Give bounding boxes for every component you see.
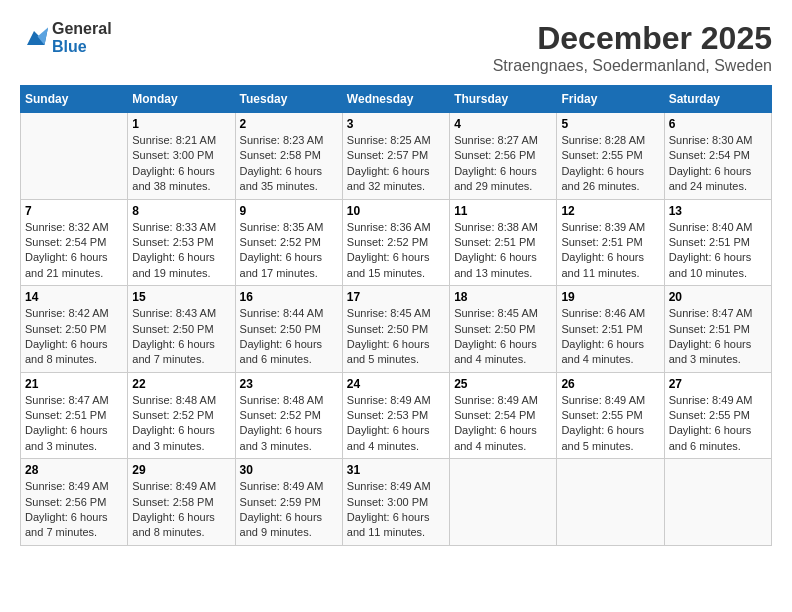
day-cell: 10Sunrise: 8:36 AM Sunset: 2:52 PM Dayli…: [342, 199, 449, 286]
day-cell: 8Sunrise: 8:33 AM Sunset: 2:53 PM Daylig…: [128, 199, 235, 286]
day-number: 11: [454, 204, 552, 218]
day-number: 5: [561, 117, 659, 131]
month-title: December 2025: [493, 20, 772, 57]
day-cell: 25Sunrise: 8:49 AM Sunset: 2:54 PM Dayli…: [450, 372, 557, 459]
day-info: Sunrise: 8:47 AM Sunset: 2:51 PM Dayligh…: [25, 393, 123, 455]
day-number: 18: [454, 290, 552, 304]
header: General Blue December 2025 Straengnaes, …: [20, 20, 772, 75]
day-number: 25: [454, 377, 552, 391]
col-header-tuesday: Tuesday: [235, 86, 342, 113]
location-title: Straengnaes, Soedermanland, Sweden: [493, 57, 772, 75]
day-number: 28: [25, 463, 123, 477]
day-cell: [21, 113, 128, 200]
day-cell: 13Sunrise: 8:40 AM Sunset: 2:51 PM Dayli…: [664, 199, 771, 286]
day-cell: 6Sunrise: 8:30 AM Sunset: 2:54 PM Daylig…: [664, 113, 771, 200]
day-info: Sunrise: 8:33 AM Sunset: 2:53 PM Dayligh…: [132, 220, 230, 282]
day-info: Sunrise: 8:35 AM Sunset: 2:52 PM Dayligh…: [240, 220, 338, 282]
day-cell: 31Sunrise: 8:49 AM Sunset: 3:00 PM Dayli…: [342, 459, 449, 546]
day-info: Sunrise: 8:49 AM Sunset: 2:58 PM Dayligh…: [132, 479, 230, 541]
day-number: 6: [669, 117, 767, 131]
day-cell: 29Sunrise: 8:49 AM Sunset: 2:58 PM Dayli…: [128, 459, 235, 546]
week-row-1: 7Sunrise: 8:32 AM Sunset: 2:54 PM Daylig…: [21, 199, 772, 286]
day-info: Sunrise: 8:44 AM Sunset: 2:50 PM Dayligh…: [240, 306, 338, 368]
day-cell: 23Sunrise: 8:48 AM Sunset: 2:52 PM Dayli…: [235, 372, 342, 459]
day-number: 12: [561, 204, 659, 218]
day-info: Sunrise: 8:49 AM Sunset: 2:54 PM Dayligh…: [454, 393, 552, 455]
day-number: 15: [132, 290, 230, 304]
day-number: 21: [25, 377, 123, 391]
col-header-sunday: Sunday: [21, 86, 128, 113]
day-number: 26: [561, 377, 659, 391]
day-info: Sunrise: 8:23 AM Sunset: 2:58 PM Dayligh…: [240, 133, 338, 195]
day-info: Sunrise: 8:28 AM Sunset: 2:55 PM Dayligh…: [561, 133, 659, 195]
day-number: 10: [347, 204, 445, 218]
col-header-saturday: Saturday: [664, 86, 771, 113]
day-number: 20: [669, 290, 767, 304]
week-row-3: 21Sunrise: 8:47 AM Sunset: 2:51 PM Dayli…: [21, 372, 772, 459]
day-info: Sunrise: 8:30 AM Sunset: 2:54 PM Dayligh…: [669, 133, 767, 195]
day-info: Sunrise: 8:43 AM Sunset: 2:50 PM Dayligh…: [132, 306, 230, 368]
day-number: 19: [561, 290, 659, 304]
day-number: 17: [347, 290, 445, 304]
day-cell: 2Sunrise: 8:23 AM Sunset: 2:58 PM Daylig…: [235, 113, 342, 200]
week-row-0: 1Sunrise: 8:21 AM Sunset: 3:00 PM Daylig…: [21, 113, 772, 200]
day-info: Sunrise: 8:36 AM Sunset: 2:52 PM Dayligh…: [347, 220, 445, 282]
day-cell: 14Sunrise: 8:42 AM Sunset: 2:50 PM Dayli…: [21, 286, 128, 373]
day-number: 1: [132, 117, 230, 131]
col-header-wednesday: Wednesday: [342, 86, 449, 113]
day-cell: 15Sunrise: 8:43 AM Sunset: 2:50 PM Dayli…: [128, 286, 235, 373]
day-info: Sunrise: 8:48 AM Sunset: 2:52 PM Dayligh…: [240, 393, 338, 455]
day-number: 30: [240, 463, 338, 477]
day-number: 29: [132, 463, 230, 477]
day-cell: 16Sunrise: 8:44 AM Sunset: 2:50 PM Dayli…: [235, 286, 342, 373]
day-info: Sunrise: 8:39 AM Sunset: 2:51 PM Dayligh…: [561, 220, 659, 282]
day-number: 24: [347, 377, 445, 391]
day-info: Sunrise: 8:46 AM Sunset: 2:51 PM Dayligh…: [561, 306, 659, 368]
logo-icon: [20, 24, 48, 52]
day-cell: [664, 459, 771, 546]
day-info: Sunrise: 8:49 AM Sunset: 2:59 PM Dayligh…: [240, 479, 338, 541]
col-header-monday: Monday: [128, 86, 235, 113]
day-cell: 5Sunrise: 8:28 AM Sunset: 2:55 PM Daylig…: [557, 113, 664, 200]
day-number: 27: [669, 377, 767, 391]
day-info: Sunrise: 8:42 AM Sunset: 2:50 PM Dayligh…: [25, 306, 123, 368]
logo-text: General Blue: [52, 20, 112, 56]
day-number: 9: [240, 204, 338, 218]
day-number: 22: [132, 377, 230, 391]
day-cell: 19Sunrise: 8:46 AM Sunset: 2:51 PM Dayli…: [557, 286, 664, 373]
day-info: Sunrise: 8:45 AM Sunset: 2:50 PM Dayligh…: [347, 306, 445, 368]
day-info: Sunrise: 8:49 AM Sunset: 2:55 PM Dayligh…: [561, 393, 659, 455]
day-number: 2: [240, 117, 338, 131]
day-info: Sunrise: 8:32 AM Sunset: 2:54 PM Dayligh…: [25, 220, 123, 282]
day-cell: 30Sunrise: 8:49 AM Sunset: 2:59 PM Dayli…: [235, 459, 342, 546]
day-number: 31: [347, 463, 445, 477]
day-info: Sunrise: 8:47 AM Sunset: 2:51 PM Dayligh…: [669, 306, 767, 368]
day-info: Sunrise: 8:21 AM Sunset: 3:00 PM Dayligh…: [132, 133, 230, 195]
title-block: December 2025 Straengnaes, Soedermanland…: [493, 20, 772, 75]
day-number: 14: [25, 290, 123, 304]
day-cell: 18Sunrise: 8:45 AM Sunset: 2:50 PM Dayli…: [450, 286, 557, 373]
logo: General Blue: [20, 20, 112, 56]
day-cell: 9Sunrise: 8:35 AM Sunset: 2:52 PM Daylig…: [235, 199, 342, 286]
day-number: 23: [240, 377, 338, 391]
day-info: Sunrise: 8:27 AM Sunset: 2:56 PM Dayligh…: [454, 133, 552, 195]
day-cell: 7Sunrise: 8:32 AM Sunset: 2:54 PM Daylig…: [21, 199, 128, 286]
day-cell: 4Sunrise: 8:27 AM Sunset: 2:56 PM Daylig…: [450, 113, 557, 200]
day-cell: 28Sunrise: 8:49 AM Sunset: 2:56 PM Dayli…: [21, 459, 128, 546]
day-number: 7: [25, 204, 123, 218]
day-cell: [450, 459, 557, 546]
week-row-4: 28Sunrise: 8:49 AM Sunset: 2:56 PM Dayli…: [21, 459, 772, 546]
day-info: Sunrise: 8:40 AM Sunset: 2:51 PM Dayligh…: [669, 220, 767, 282]
day-cell: 26Sunrise: 8:49 AM Sunset: 2:55 PM Dayli…: [557, 372, 664, 459]
day-number: 3: [347, 117, 445, 131]
day-number: 8: [132, 204, 230, 218]
day-cell: [557, 459, 664, 546]
day-info: Sunrise: 8:49 AM Sunset: 2:56 PM Dayligh…: [25, 479, 123, 541]
day-info: Sunrise: 8:49 AM Sunset: 2:55 PM Dayligh…: [669, 393, 767, 455]
day-number: 4: [454, 117, 552, 131]
day-info: Sunrise: 8:25 AM Sunset: 2:57 PM Dayligh…: [347, 133, 445, 195]
day-info: Sunrise: 8:38 AM Sunset: 2:51 PM Dayligh…: [454, 220, 552, 282]
day-info: Sunrise: 8:45 AM Sunset: 2:50 PM Dayligh…: [454, 306, 552, 368]
day-number: 16: [240, 290, 338, 304]
day-cell: 24Sunrise: 8:49 AM Sunset: 2:53 PM Dayli…: [342, 372, 449, 459]
